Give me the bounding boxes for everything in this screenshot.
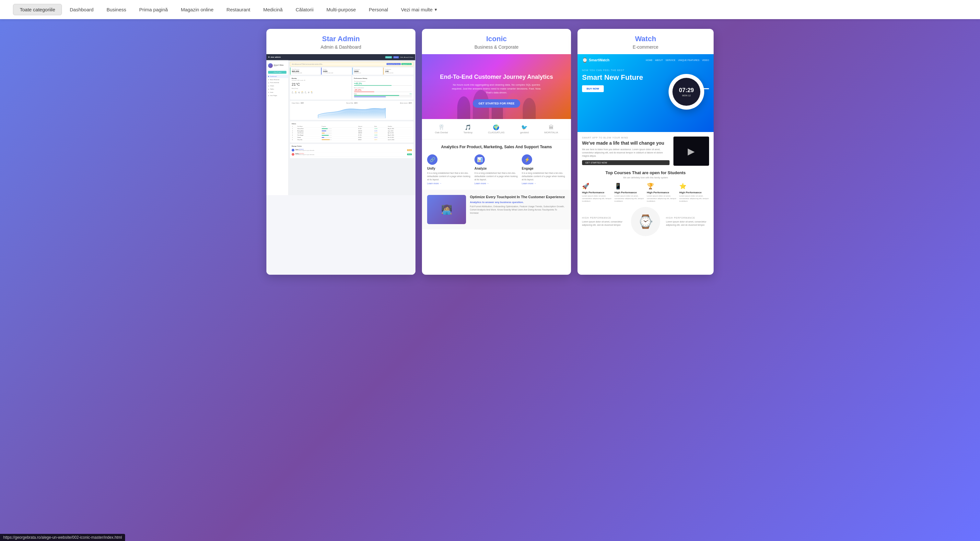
card-star-admin[interactable]: Star Admin Admin & Dashboard ★ star admi… bbox=[266, 29, 415, 275]
card-subtitle-3: E-commerce bbox=[584, 45, 707, 49]
nav-item-dashboard[interactable]: Dashboard bbox=[65, 4, 99, 15]
table-row: 4 Peter Meggitt $7,738 53,800 May 15, 20… bbox=[292, 134, 412, 137]
iconic-feature-name-2: Analyze bbox=[474, 167, 519, 170]
mini-stat-orders: Orders 3455 ↑ 0.7% since last week bbox=[321, 67, 351, 75]
mini-download-btn[interactable]: Download Free Version bbox=[387, 63, 401, 65]
course-icon-2: 📱 bbox=[614, 183, 644, 190]
watch-hero: ⌚ SmartWatch HOME ABOUT SERVICE UNIQUE F… bbox=[578, 54, 714, 132]
watch-cta-button[interactable]: BUY NOW bbox=[582, 85, 604, 92]
iconic-feature-link-3[interactable]: Learn more → bbox=[522, 182, 566, 185]
iconic-optimize-title: Optimize Every Touchpoint In The Custome… bbox=[470, 195, 566, 199]
table-row: 2 Messay Adam $245.30 22,401 July 1, 201… bbox=[292, 130, 412, 132]
mini-nav-dashboard[interactable]: Dashboard bbox=[266, 75, 288, 78]
watch-nav-video[interactable]: VIDEO bbox=[702, 59, 709, 61]
mini-nav-charts[interactable]: Charts bbox=[266, 84, 288, 88]
iconic-logos-row: 🦷Oak Dental 🎵Tamboy 🌍CLASSATLAS 🐦geobird… bbox=[422, 119, 571, 139]
mini-nav-userpages[interactable]: User Pages bbox=[266, 94, 288, 97]
course-item-2: 📱 High Performance Lorem ipsum dolor sit… bbox=[614, 183, 644, 203]
watch-section-image: ▶ bbox=[673, 137, 709, 166]
nav-item-restaurant[interactable]: Restaurant bbox=[221, 4, 255, 15]
table-row: 5 Edward $3,623 42,973 Nov 13, 2015 bbox=[292, 137, 412, 139]
card-title-3: Watch bbox=[584, 35, 707, 43]
iconic-optimize-desc: Full-Funnel Attribution, Onboarding Opti… bbox=[470, 205, 566, 214]
watch-nav-service[interactable]: SERVICE bbox=[666, 59, 676, 61]
engage-icon: ⚡ bbox=[522, 155, 532, 165]
watch-product-icon: ⌚ bbox=[638, 214, 654, 229]
logo-oak-dental: 🦷Oak Dental bbox=[435, 124, 448, 134]
ticket-badge-1[interactable]: Manage bbox=[407, 149, 412, 151]
logo-classatlas: 🌍CLASSATLAS bbox=[488, 124, 504, 134]
watch-nav: ⌚ SmartWatch HOME ABOUT SERVICE UNIQUE F… bbox=[578, 54, 714, 66]
mini-nav-tables[interactable]: Tables bbox=[266, 88, 288, 91]
iconic-feature-unify: 🔗 Unify It is a long established fact th… bbox=[427, 155, 471, 185]
iconic-feature-link-1[interactable]: Learn more → bbox=[427, 182, 471, 185]
nav-item-calatorii[interactable]: Călatorii bbox=[290, 4, 318, 15]
watch-hero-title: Smart New Future bbox=[582, 73, 660, 82]
watch-courses-title: Top Courses That are open for Students bbox=[582, 170, 709, 175]
iconic-feature-link-2[interactable]: Learn more → bbox=[474, 182, 519, 185]
card-title-1: Star Admin bbox=[273, 35, 409, 43]
watch-product-image: ⌚ bbox=[628, 207, 663, 236]
nav-item-more[interactable]: Vezi mai multe ▼ bbox=[396, 4, 443, 15]
mini-stats: Total Revenue $65,650 ↑ 0.5% since last … bbox=[290, 67, 414, 75]
mini-upgrade-btn[interactable]: Upgrade To Pro bbox=[401, 63, 412, 65]
watch-product-text: High Performance Lorem ipsum dolor sit a… bbox=[582, 217, 625, 227]
watch-hero-image: 07:29 MON 12 bbox=[664, 69, 709, 115]
watch-hero-content: NOW YOU CAN FEEL THE BEST Smart New Futu… bbox=[578, 66, 714, 115]
nav-item-multipurpose[interactable]: Multi-purpose bbox=[321, 4, 361, 15]
course-desc-4: Lorem ipsum dolor sit amet, consectetur … bbox=[679, 195, 709, 203]
course-icon-1: 🚀 bbox=[582, 183, 612, 190]
watch-nav-unique[interactable]: UNIQUE FEATURES bbox=[678, 59, 699, 61]
mini-new-project-btn[interactable]: + New Project bbox=[268, 71, 286, 73]
mini-stat-revenue: Total Revenue $65,650 ↑ 0.5% since last … bbox=[290, 67, 320, 75]
watch-life-section: SMART APP TO BLOW YOUR MIND We've made a… bbox=[578, 132, 714, 170]
course-icon-3: 🏆 bbox=[647, 183, 677, 190]
mini-tickets: Manage Tickets James [URGENT] Donec rutr… bbox=[290, 144, 414, 158]
mini-dashboard: ★ star admin Reports Score Hello, Ahmad … bbox=[266, 54, 415, 195]
mini-avatar bbox=[268, 63, 273, 68]
watch-logo: ⌚ SmartWatch bbox=[582, 57, 609, 62]
iconic-hero-title: End-To-End Customer Journey Analytics bbox=[427, 73, 566, 80]
card-iconic[interactable]: Iconic Business & Corporate ICONIC bbox=[422, 29, 571, 275]
nav-item-magazin[interactable]: Magazin online bbox=[176, 4, 219, 15]
mini-stat-employees: Employees 246 Promote new item bbox=[383, 67, 414, 75]
iconic-cta-button[interactable]: GET STARTED FOR FREE bbox=[473, 99, 520, 108]
card-header-2: Iconic Business & Corporate bbox=[422, 29, 571, 54]
unify-icon: 🔗 bbox=[427, 155, 438, 165]
table-row: 1 Herman Beck $7,735 72,920 May 15, 2015 bbox=[292, 128, 412, 130]
course-item-4: ⭐ High Performance Lorem ipsum dolor sit… bbox=[679, 183, 709, 203]
mini-notice: Like what you see? Check out our premium… bbox=[290, 62, 414, 66]
watch-section-tag: SMART APP TO BLOW YOUR MIND bbox=[582, 137, 670, 139]
watch-nav-home[interactable]: HOME bbox=[646, 59, 652, 61]
ticket-avatar-1 bbox=[292, 149, 294, 152]
mini-nav-dot bbox=[268, 82, 269, 83]
nav-item-all-categories[interactable]: Toate categoriile bbox=[13, 4, 62, 15]
table-row: 6 Henry Sam $60,00 24479 June 15, 2015 bbox=[292, 139, 412, 141]
course-desc-3: Lorem ipsum dolor sit amet, consectetur … bbox=[647, 195, 677, 203]
iconic-hero-desc: No hours sunk into aggregating and clean… bbox=[451, 83, 542, 95]
nav-item-business[interactable]: Business bbox=[102, 4, 132, 15]
iconic-feature-analyze: 📊 Analyze It is a long established fact … bbox=[474, 155, 519, 185]
card-preview-3: ⌚ SmartWatch HOME ABOUT SERVICE UNIQUE F… bbox=[578, 54, 714, 275]
ticket-badge-2[interactable]: Manage bbox=[407, 153, 412, 155]
mini-nav-form[interactable]: Form elements bbox=[266, 81, 288, 84]
mini-nav-dot bbox=[268, 76, 269, 77]
play-button-icon[interactable]: ▶ bbox=[688, 146, 695, 156]
nav-item-medicina[interactable]: Medicină bbox=[258, 4, 288, 15]
ticket-row-1: James [URGENT] Donec rutrum congue leo e… bbox=[292, 148, 412, 152]
iconic-feature-desc-3: It is a long established fact that a ten… bbox=[522, 172, 566, 181]
card-watch[interactable]: Watch E-commerce ⌚ SmartWatch HOME ABOUT… bbox=[578, 29, 714, 275]
watch-started-button[interactable]: GET STARTED NOW bbox=[582, 160, 670, 165]
mini-nav-elements[interactable]: Basic Elements bbox=[266, 78, 288, 81]
mini-user-info: Richard V. Walton Admin bbox=[274, 65, 284, 67]
watch-nav-links: HOME ABOUT SERVICE UNIQUE FEATURES VIDEO bbox=[646, 59, 709, 61]
mini-sidebar: Richard V. Walton Admin + New Project Da… bbox=[266, 60, 288, 195]
nav-item-prima-pagina[interactable]: Prima pagină bbox=[134, 4, 173, 15]
mini-orders-table-el: # First Name Progress Amount Sales Deadl… bbox=[292, 126, 412, 141]
watch-nav-about[interactable]: ABOUT bbox=[655, 59, 663, 61]
mini-weather-card: Monday 30 October, 2019, London, UK 21°C… bbox=[290, 76, 351, 100]
watch-face: 07:29 MON 12 bbox=[673, 78, 700, 106]
logo-geobird: 🐦geobird bbox=[520, 124, 529, 134]
nav-item-personal[interactable]: Personal bbox=[364, 4, 393, 15]
mini-nav-icons[interactable]: Icons bbox=[266, 91, 288, 94]
